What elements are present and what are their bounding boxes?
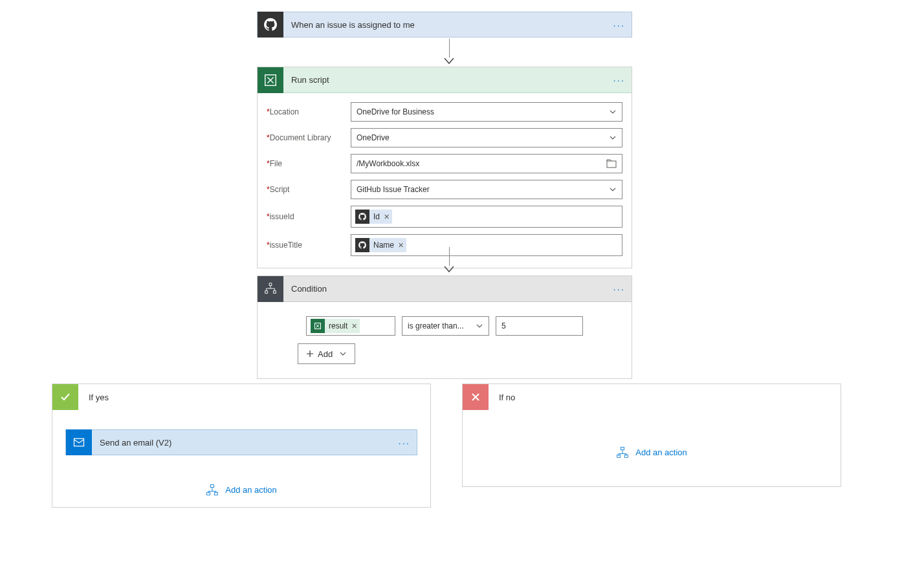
condition-menu-button[interactable]: ··· [613, 283, 625, 294]
check-icon [52, 384, 78, 410]
send-email-menu-button[interactable]: ··· [398, 437, 410, 448]
script-label: *Script [267, 185, 351, 194]
cross-icon [463, 384, 489, 410]
issueid-label: *issueId [267, 212, 351, 221]
trigger-card-header[interactable]: When an issue is assigned to me ··· [257, 12, 632, 38]
condition-title: Condition [291, 284, 613, 294]
doclib-dropdown[interactable]: OneDrive [351, 128, 622, 147]
yes-add-action-button[interactable]: Add an action [65, 484, 417, 495]
file-input[interactable]: /MyWorkbook.xlsx [351, 154, 622, 173]
add-condition-button[interactable]: Add [298, 343, 355, 364]
trigger-title: When an issue is assigned to me [291, 20, 613, 30]
svg-rect-4 [274, 290, 276, 293]
flow-arrow-icon [444, 247, 454, 274]
chevron-down-icon [609, 186, 617, 193]
folder-icon[interactable] [606, 159, 617, 168]
send-email-action-header[interactable]: Send an email (V2) ··· [65, 429, 417, 455]
yes-branch: If yes Send an email (V2) ··· Add an act… [52, 384, 431, 508]
yes-title: If yes [89, 393, 109, 402]
svg-rect-2 [269, 283, 272, 285]
trigger-menu-button[interactable]: ··· [613, 19, 625, 30]
run-script-header[interactable]: Run script ··· [258, 67, 632, 93]
svg-rect-1 [607, 161, 616, 168]
svg-rect-3 [265, 290, 268, 293]
chevron-down-icon [476, 322, 483, 330]
yes-branch-header: If yes [52, 384, 430, 410]
github-token-icon [355, 238, 369, 252]
condition-card: Condition ··· result ✕ is greater than..… [257, 276, 632, 379]
no-title: If no [499, 393, 515, 402]
plus-icon [306, 350, 314, 358]
no-add-action-button[interactable]: Add an action [616, 446, 687, 458]
location-dropdown[interactable]: OneDrive for Business [351, 102, 622, 122]
script-dropdown[interactable]: GitHub Issue Tracker [351, 180, 622, 199]
run-script-title: Run script [291, 75, 613, 85]
svg-rect-10 [621, 448, 624, 450]
github-icon [258, 12, 283, 38]
add-action-icon [616, 446, 629, 458]
file-label: *File [267, 159, 351, 168]
token-remove-icon[interactable]: ✕ [398, 241, 404, 250]
no-branch: If no Add an action [462, 384, 841, 508]
outlook-icon [66, 429, 92, 455]
condition-left-input[interactable]: result ✕ [306, 316, 395, 336]
issuetitle-input[interactable]: Name ✕ [351, 234, 622, 256]
condition-operator-dropdown[interactable]: is greater than... [402, 316, 489, 336]
chevron-down-icon [339, 350, 347, 358]
svg-rect-6 [74, 438, 84, 446]
chevron-down-icon [609, 108, 617, 116]
excel-token-icon [311, 319, 325, 333]
condition-header[interactable]: Condition ··· [258, 276, 632, 302]
issuetitle-token[interactable]: Name ✕ [355, 238, 406, 252]
run-script-card: Run script ··· *Location OneDrive for Bu… [257, 67, 632, 268]
result-token[interactable]: result ✕ [311, 319, 360, 333]
github-token-icon [355, 210, 369, 224]
send-email-title: Send an email (V2) [100, 438, 398, 448]
flow-arrow-icon [444, 39, 454, 65]
token-remove-icon[interactable]: ✕ [351, 322, 357, 330]
issueid-input[interactable]: Id ✕ [351, 206, 622, 228]
chevron-down-icon [609, 134, 617, 142]
svg-rect-7 [211, 485, 214, 488]
issuetitle-label: *issueTitle [267, 241, 351, 250]
location-label: *Location [267, 107, 351, 116]
add-action-icon [206, 484, 219, 495]
run-script-menu-button[interactable]: ··· [613, 74, 625, 85]
condition-icon [258, 276, 283, 302]
token-remove-icon[interactable]: ✕ [384, 213, 390, 221]
issueid-token[interactable]: Id ✕ [355, 210, 392, 224]
no-branch-header: If no [463, 384, 841, 410]
condition-value-input[interactable]: 5 [496, 316, 583, 336]
excel-icon [258, 67, 283, 93]
doclib-label: *Document Library [267, 133, 351, 142]
